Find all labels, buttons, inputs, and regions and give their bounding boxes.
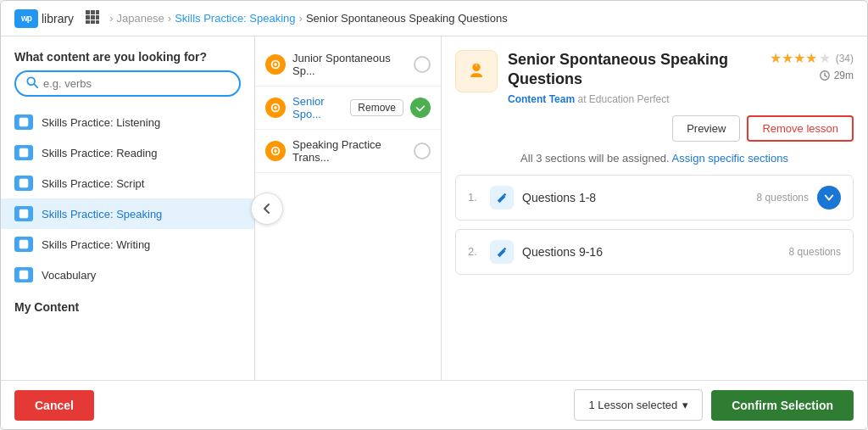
remove-lesson-button[interactable]: Remove lesson [747, 115, 854, 142]
svg-rect-8 [96, 20, 99, 24]
selected-lessons-button[interactable]: 1 Lesson selected ▾ [574, 389, 703, 421]
speaking-icon [14, 206, 33, 221]
sidebar-item-label: Skills Practice: Script [42, 177, 144, 190]
at-text: at Education Perfect [577, 93, 669, 105]
search-input[interactable] [43, 77, 229, 90]
sidebar-items-list: Skills Practice: Listening Skills Practi… [1, 107, 254, 380]
svg-rect-7 [91, 20, 95, 24]
svg-rect-3 [86, 15, 90, 20]
section-count-2: 8 questions [789, 246, 841, 258]
preview-button[interactable]: Preview [672, 115, 740, 142]
grid-icon[interactable] [86, 10, 99, 27]
svg-rect-1 [91, 10, 95, 14]
svg-rect-5 [96, 15, 99, 20]
sidebar-item-label: Skills Practice: Writing [42, 238, 150, 251]
logo-icon: wp [14, 9, 38, 28]
reading-icon [14, 145, 33, 160]
writing-icon [14, 237, 33, 252]
lesson-detail-meta: ★★★★★ (34) 29m [770, 50, 854, 105]
lesson-actions: Preview Remove lesson [455, 115, 854, 142]
content-team: Content Team [508, 93, 575, 105]
sidebar-item-speaking[interactable]: Skills Practice: Speaking [1, 198, 254, 229]
svg-rect-6 [86, 20, 90, 24]
duration-text: 29m [834, 70, 854, 81]
lesson-junior[interactable]: Junior Spontaneous Sp... [255, 43, 441, 87]
svg-rect-16 [19, 271, 29, 280]
star-rating: ★★★★★ (34) [770, 50, 854, 66]
sidebar-item-label: Vocabulary [42, 269, 96, 282]
logo: wp library [14, 9, 74, 28]
section-item-2[interactable]: 2. Questions 9-16 8 questions [455, 229, 854, 275]
svg-rect-11 [19, 118, 29, 127]
confirm-selection-button[interactable]: Confirm Selection [711, 390, 854, 421]
listening-icon [14, 114, 33, 130]
lesson-remove-button[interactable]: Remove [350, 99, 403, 116]
lesson-title-junior: Junior Spontaneous Sp... [292, 52, 407, 77]
sidebar-item-writing[interactable]: Skills Practice: Writing [1, 229, 254, 260]
vocabulary-icon [14, 267, 33, 282]
search-icon [26, 76, 38, 91]
script-icon [14, 176, 33, 191]
logo-text: library [42, 12, 74, 25]
breadcrumb-sep-1: › [109, 12, 113, 25]
lesson-radio-trans[interactable] [414, 142, 431, 159]
svg-rect-12 [19, 148, 29, 158]
lesson-title-senior: Senior Spo... [292, 95, 343, 120]
svg-rect-15 [19, 240, 29, 249]
svg-rect-14 [19, 209, 29, 219]
breadcrumb-speaking[interactable]: Skills Practice: Speaking [175, 12, 295, 25]
svg-rect-2 [96, 10, 99, 14]
svg-rect-4 [91, 15, 95, 20]
top-nav: wp library › Japanese › Skills Practice:… [1, 1, 867, 36]
breadcrumb: › Japanese › Skills Practice: Speaking ›… [109, 12, 508, 25]
lesson-detail-header: Senior Spontaneous Speaking Questions Co… [455, 50, 854, 105]
svg-line-10 [34, 84, 37, 87]
section-edit-icon-2 [490, 240, 514, 264]
lesson-check-icon [410, 98, 431, 118]
chevron-down-icon: ▾ [682, 399, 688, 411]
bottom-bar: Cancel 1 Lesson selected ▾ Confirm Selec… [1, 380, 867, 429]
svg-rect-0 [86, 10, 90, 14]
selected-label: 1 Lesson selected [588, 399, 677, 411]
sidebar-item-label: Skills Practice: Reading [42, 147, 158, 159]
lesson-detail-info: Senior Spontaneous Speaking Questions Co… [508, 50, 760, 105]
back-button-wrap [251, 193, 283, 225]
section-nav-icon-1[interactable] [817, 186, 841, 209]
lesson-icon-trans [265, 141, 286, 161]
breadcrumb-japanese[interactable]: Japanese [116, 12, 164, 25]
section-title-1: Questions 1-8 [522, 191, 748, 204]
section-edit-icon-1 [490, 186, 514, 209]
sections-info: All 3 sections will be assigned. Assign … [455, 152, 854, 165]
sidebar-item-label: Skills Practice: Speaking [42, 208, 162, 221]
section-title-2: Questions 9-16 [522, 245, 781, 259]
sidebar-item-reading[interactable]: Skills Practice: Reading [1, 137, 254, 168]
sidebar-header: What content are you looking for? [1, 36, 254, 70]
svg-point-22 [274, 149, 277, 153]
sidebar-item-listening[interactable]: Skills Practice: Listening [1, 107, 254, 137]
breadcrumb-current: Senior Spontaneous Speaking Questions [306, 12, 508, 25]
lesson-radio-junior[interactable] [414, 56, 431, 73]
section-num-2: 2. [468, 245, 481, 258]
assign-specific-link[interactable]: Assign specific sections [672, 152, 788, 165]
svg-point-20 [274, 106, 277, 109]
cancel-button[interactable]: Cancel [14, 390, 94, 421]
lesson-detail-sub: Content Team at Education Perfect [508, 93, 760, 105]
lesson-trans[interactable]: Speaking Practice Trans... [255, 130, 441, 173]
sidebar-item-vocabulary[interactable]: Vocabulary [1, 260, 254, 290]
section-item-1[interactable]: 1. Questions 1-8 8 questions [455, 175, 854, 221]
middle-panel: Junior Spontaneous Sp... Senior Spo... R… [255, 36, 442, 380]
lesson-title-trans: Speaking Practice Trans... [292, 138, 407, 164]
breadcrumb-sep-2: › [168, 12, 171, 25]
svg-line-26 [825, 75, 827, 77]
lesson-icon-senior [265, 98, 286, 118]
right-panel: Senior Spontaneous Speaking Questions Co… [442, 36, 867, 380]
lesson-icon-junior [265, 54, 286, 75]
svg-point-18 [274, 63, 277, 66]
sections-info-text: All 3 sections will be assigned. [520, 152, 670, 165]
back-button[interactable] [251, 193, 283, 225]
bottom-right: 1 Lesson selected ▾ Confirm Selection [574, 389, 854, 421]
sidebar-item-script[interactable]: Skills Practice: Script [1, 168, 254, 198]
lesson-senior[interactable]: Senior Spo... Remove [255, 87, 441, 130]
search-box[interactable] [14, 70, 241, 97]
duration: 29m [819, 70, 854, 81]
